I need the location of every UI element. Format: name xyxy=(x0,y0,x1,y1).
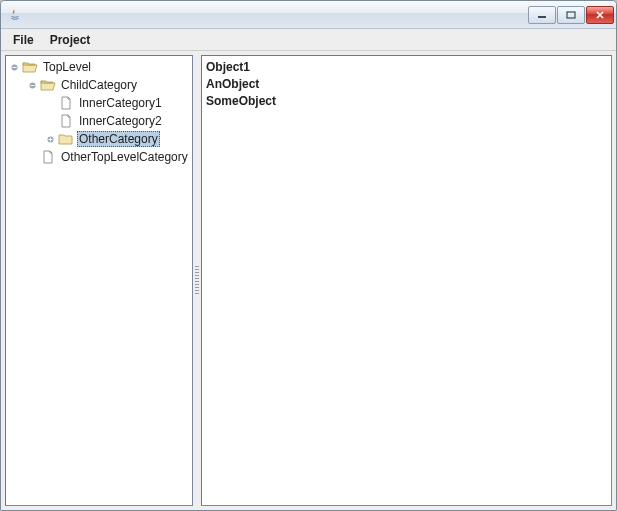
tree-node[interactable]: OtherCategory xyxy=(8,130,190,148)
tree-panel[interactable]: TopLevelChildCategoryInnerCategory1Inner… xyxy=(5,55,193,506)
tree-node[interactable]: InnerCategory2 xyxy=(8,112,190,130)
minimize-button[interactable] xyxy=(528,6,556,24)
tree-node[interactable]: TopLevel xyxy=(8,58,190,76)
tree-node[interactable]: ChildCategory xyxy=(8,76,190,94)
file-icon xyxy=(58,95,74,111)
tree-node[interactable]: InnerCategory1 xyxy=(8,94,190,112)
folder-open-icon xyxy=(22,59,38,75)
app-window: File Project TopLevelChildCategoryInnerC… xyxy=(0,0,617,511)
file-icon xyxy=(40,149,56,165)
tree: TopLevelChildCategoryInnerCategory1Inner… xyxy=(6,56,192,168)
file-icon xyxy=(58,113,74,129)
list: Object1AnObjectSomeObject xyxy=(202,56,611,111)
collapse-icon[interactable] xyxy=(26,79,38,91)
minimize-icon xyxy=(537,11,547,19)
svg-rect-7 xyxy=(30,85,34,86)
maximize-icon xyxy=(566,11,576,19)
tree-node-label[interactable]: InnerCategory2 xyxy=(77,113,164,129)
titlebar[interactable] xyxy=(1,1,616,29)
toggle-spacer xyxy=(26,151,38,163)
toggle-spacer xyxy=(44,97,56,109)
list-item[interactable]: SomeObject xyxy=(206,92,607,109)
tree-node-label[interactable]: InnerCategory1 xyxy=(77,95,164,111)
menu-file[interactable]: File xyxy=(5,31,42,49)
tree-node-label[interactable]: TopLevel xyxy=(41,59,93,75)
list-item[interactable]: Object1 xyxy=(206,58,607,75)
close-button[interactable] xyxy=(586,6,614,24)
expand-icon[interactable] xyxy=(44,133,56,145)
tree-node-label[interactable]: OtherCategory xyxy=(77,131,160,147)
svg-rect-0 xyxy=(538,16,546,18)
window-controls xyxy=(527,6,614,24)
close-icon xyxy=(595,11,605,19)
svg-rect-5 xyxy=(12,67,16,68)
collapse-icon[interactable] xyxy=(8,61,20,73)
folder-closed-icon xyxy=(58,131,74,147)
content-area: TopLevelChildCategoryInnerCategory1Inner… xyxy=(1,51,616,510)
menu-project[interactable]: Project xyxy=(42,31,99,49)
menubar: File Project xyxy=(1,29,616,51)
tree-node[interactable]: OtherTopLevelCategory xyxy=(8,148,190,166)
maximize-button[interactable] xyxy=(557,6,585,24)
svg-rect-10 xyxy=(50,137,51,141)
java-icon xyxy=(7,7,23,23)
svg-rect-1 xyxy=(567,12,575,18)
tree-node-label[interactable]: ChildCategory xyxy=(59,77,139,93)
splitter-grip-icon xyxy=(195,266,199,296)
list-item[interactable]: AnObject xyxy=(206,75,607,92)
toggle-spacer xyxy=(44,115,56,127)
list-panel[interactable]: Object1AnObjectSomeObject xyxy=(201,55,612,506)
folder-open-icon xyxy=(40,77,56,93)
splitter[interactable] xyxy=(193,55,201,506)
tree-node-label[interactable]: OtherTopLevelCategory xyxy=(59,149,190,165)
